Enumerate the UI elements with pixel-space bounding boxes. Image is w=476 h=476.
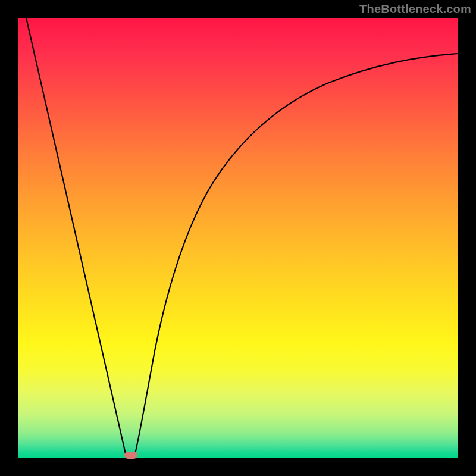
watermark-text: TheBottleneck.com: [359, 2, 471, 16]
bottleneck-curve: [18, 18, 458, 458]
chart-frame: TheBottleneck.com: [0, 0, 476, 476]
minimum-marker: [124, 452, 137, 459]
right-segment-path: [134, 54, 458, 456]
plot-area: [18, 18, 458, 458]
left-segment-path: [26, 18, 126, 456]
